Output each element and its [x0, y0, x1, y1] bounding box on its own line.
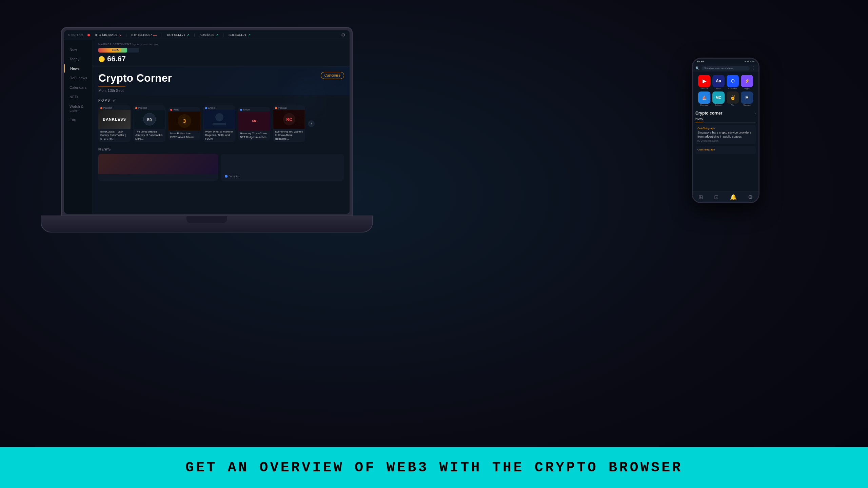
app-aave[interactable]: Aa AAVE: [712, 75, 725, 89]
sidebar-item-defi[interactable]: DeFi news: [64, 74, 93, 82]
ticker-dot: DOT $414.71 ↗: [167, 33, 189, 37]
sidebar-item-nfts[interactable]: NFTs: [64, 93, 93, 101]
bitcoin-title: More Bullish than EVER about Bitcoin: [168, 130, 200, 140]
pop-type-video: Video: [168, 107, 200, 111]
laptop-screen: MONITOR BTC $46,682.09 ↘ | ETH $3,415.07…: [64, 30, 350, 214]
coinmarketcap-icon[interactable]: MC: [712, 92, 725, 104]
sidebar-item-now[interactable]: Now: [64, 45, 93, 54]
sidebar: Now Today News DeFi news Calendars NFTs …: [64, 40, 93, 214]
phone-nav-home[interactable]: ⊡: [714, 194, 718, 200]
pop-type-article-2: Article: [238, 107, 270, 111]
youtube-icon[interactable]: ▶: [698, 75, 710, 87]
pops-carousel: Podcast BANKLESS BANKLESS – Jack Dorsey …: [98, 105, 344, 142]
app-coinbase[interactable]: ⬡ Coinbase: [727, 75, 739, 89]
sidebar-item-today[interactable]: Today: [64, 55, 93, 63]
news-source-decrypt: Decrypt.co: [223, 174, 242, 179]
phone-bottom-nav: ⊞ ⊡ 🔔 ⚙: [693, 191, 758, 202]
app-coinmarketcap[interactable]: MC Coinm...: [712, 92, 725, 106]
phone-search-input[interactable]: Search or enter an address...: [702, 66, 750, 70]
laptop-notch: [186, 216, 227, 223]
decrypt-label: Decrypt.co: [229, 175, 240, 178]
yat-icon[interactable]: ✌: [727, 92, 739, 104]
app-youtube[interactable]: ▶ YouTube: [698, 75, 710, 89]
news-section: NEWS Decrypt.co: [93, 145, 350, 184]
phone-screen: 18:30 ▪▪ ≋ 70% 🔍 Search or enter an addr…: [693, 59, 758, 202]
zapper-icon[interactable]: ⚡: [741, 75, 753, 87]
harmony-title: Harmony Cross-Chain NFT Bridge Launches: [238, 130, 270, 140]
ticker-ada: ADA $2.39 ↗: [200, 33, 218, 37]
phone-news-card-2[interactable]: CoinTelegraph: [695, 146, 756, 154]
coinbase-icon[interactable]: ⬡: [727, 75, 739, 87]
news-card-decrypt[interactable]: Decrypt.co: [221, 154, 344, 181]
monitor-label: MONITOR: [68, 34, 83, 37]
breakdown-title: The Long Strange Journey of Facebook's L…: [133, 129, 165, 142]
collapse-button[interactable]: ⇙: [113, 98, 116, 103]
phone-expand-button[interactable]: ›: [754, 111, 756, 116]
pop-card-breakdown[interactable]: Podcast BD The: [133, 105, 165, 142]
ticker-sol: SOL $414.71 ↗: [229, 33, 251, 37]
phone-news-by-1: by Cryptopanic.com: [697, 140, 754, 142]
pops-section: POPS ⇙ Podcast BANKLESS: [93, 95, 350, 145]
phone-news-source-2: CoinTelegraph: [697, 148, 754, 151]
podcast-type-dot-2: [135, 107, 137, 109]
jeff-title: Woof! What to Make of Dogecoin, SHB, and…: [203, 129, 235, 142]
phone-status-bar: 18:30 ▪▪ ≋ 70%: [693, 59, 758, 64]
apps-row-1: ▶ YouTube Aa AAVE ⬡ Coinbas: [695, 75, 756, 89]
phone-container: 18:30 ▪▪ ≋ 70% 🔍 Search or enter an addr…: [692, 58, 760, 203]
sidebar-item-news[interactable]: News: [64, 64, 93, 73]
messari-icon[interactable]: M: [741, 92, 753, 104]
pop-card-red-crypto[interactable]: Podcast RC Ever: [273, 105, 305, 142]
article-type-dot-2: [240, 109, 242, 111]
sentiment-label: MARKET SENTIMENT by alternative.me: [98, 43, 344, 46]
pop-card-bankless[interactable]: Podcast BANKLESS BANKLESS – Jack Dorsey …: [98, 105, 131, 142]
news-section-header: NEWS: [98, 147, 344, 151]
pop-type-podcast-3: Podcast: [273, 105, 305, 110]
laptop-base: [41, 216, 373, 232]
page-title: Crypto Corner: [98, 72, 344, 84]
video-type-dot: [170, 109, 172, 111]
bankless-thumb: BANKLESS: [98, 110, 131, 129]
aave-icon[interactable]: Aa: [712, 75, 725, 87]
app-zapper[interactable]: ⚡ Zapper: [741, 75, 753, 89]
phone-nav-settings[interactable]: ⚙: [748, 194, 753, 200]
sidebar-item-calendars[interactable]: Calendars: [64, 83, 93, 92]
phone-news-card-1[interactable]: CoinTelegraph Singapore bars crypto serv…: [695, 125, 756, 144]
phone-tab-news[interactable]: News: [695, 117, 703, 122]
bankless-title: BANKLESS – Jack Dorsey Exits Twitter | B…: [98, 129, 131, 142]
pop-card-bitcoin[interactable]: Video ₿ More Bu: [168, 107, 200, 140]
app-yat[interactable]: ✌ Yat: [727, 92, 739, 106]
phone-nav-tabs[interactable]: ⊞: [698, 194, 703, 200]
breakdown-svg: BD: [134, 110, 165, 129]
news-label: NEWS: [98, 147, 111, 151]
phone-frame: 18:30 ▪▪ ≋ 70% 🔍 Search or enter an addr…: [692, 58, 760, 203]
fear-greed-value: 66.67: [107, 55, 126, 63]
pop-card-harmony[interactable]: Article ∞ Harmony Cross-Chain NFT Brid: [238, 107, 270, 140]
carousel-next-button[interactable]: ›: [308, 120, 315, 127]
pop-type-article: Article: [203, 105, 235, 110]
phone-search-icon: 🔍: [695, 66, 699, 70]
pop-card-jeff[interactable]: Article Woof!: [203, 105, 235, 142]
gear-icon[interactable]: ⚙: [341, 32, 346, 38]
red-crypto-svg: RC: [274, 110, 304, 129]
app-opensea[interactable]: ⛵ Opensea: [698, 92, 710, 106]
phone-nav-notifications[interactable]: 🔔: [730, 194, 737, 200]
sentiment-bar: 21/100: [98, 48, 139, 53]
bitcoin-thumb: ₿: [168, 111, 200, 130]
harmony-thumb: ∞: [238, 111, 270, 130]
laptop-container: MONITOR BTC $46,682.09 ↘ | ETH $3,415.07…: [61, 27, 353, 247]
phone-menu-dots[interactable]: ⋮: [752, 66, 756, 70]
phone-browser-bar: 🔍 Search or enter an address... ⋮: [693, 64, 758, 72]
page-date: Mon, 13th Sept: [98, 88, 344, 93]
app-messari[interactable]: M Messari: [741, 92, 753, 106]
ticker-btc: BTC $46,682.09 ↘: [95, 33, 121, 37]
sidebar-item-watch[interactable]: Watch & Listen: [64, 102, 93, 115]
bitcoin-svg: ₿: [169, 111, 200, 130]
news-card-main[interactable]: [98, 154, 218, 181]
svg-text:₿: ₿: [183, 118, 185, 124]
red-crypto-thumb: RC: [273, 110, 305, 129]
opensea-icon[interactable]: ⛵: [698, 92, 710, 104]
sidebar-item-edu[interactable]: Edu: [64, 116, 93, 124]
podcast-type-dot: [100, 107, 102, 109]
svg-text:∞: ∞: [252, 117, 256, 124]
article-type-dot: [205, 107, 207, 109]
